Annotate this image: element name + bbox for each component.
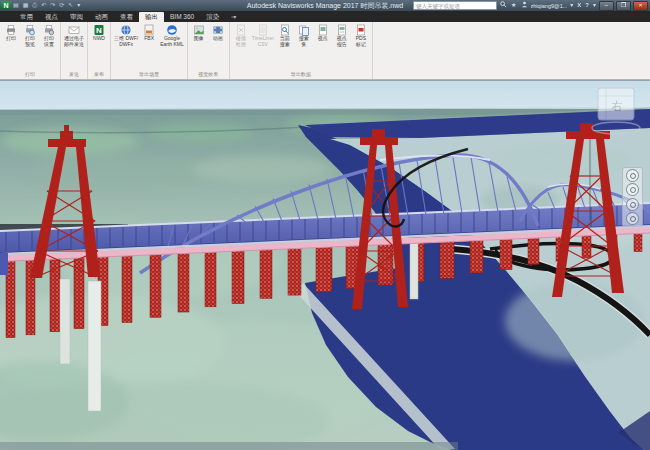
ribbon-group-label: 发送	[63, 70, 85, 79]
ribbon-button-sets[interactable]: 搜索集	[295, 23, 313, 48]
ribbon-button-pds[interactable]: PDS标记	[352, 23, 370, 48]
concrete-pier	[88, 281, 101, 411]
tab-6[interactable]: 输出	[139, 12, 164, 22]
close-button[interactable]: ×	[633, 1, 648, 11]
ribbon-group-label: 视觉效果	[190, 70, 227, 79]
ribbon-group-5: 图像动画视觉效果	[188, 22, 230, 79]
trestle-pier	[178, 250, 189, 312]
ribbon-button-preview[interactable]: 打印预览	[21, 23, 39, 48]
qat-dropdown-icon[interactable]: ▾	[75, 1, 82, 10]
trestle-pier	[316, 244, 332, 292]
ribbon-button-psettings[interactable]: 打印设置	[40, 23, 58, 48]
ribbon-tab-bar: 常用视点审阅动画查看输出BIM 360渲染 ▫▾	[0, 11, 650, 22]
svg-text:N: N	[96, 26, 102, 35]
tab-1[interactable]: 常用	[14, 12, 39, 22]
help-dropdown-icon[interactable]: ▾	[592, 1, 597, 10]
trestle-pier	[74, 255, 84, 329]
ribbon-button-image[interactable]: 图像	[190, 23, 208, 43]
ribbon-button-dwf[interactable]: 三维 DWF/DWFx	[113, 23, 139, 48]
help-icon[interactable]: ?	[584, 1, 590, 10]
username-dropdown-icon[interactable]: ▾	[569, 1, 574, 10]
orbit-icon[interactable]	[626, 212, 639, 225]
trestle-pier	[288, 245, 301, 295]
redo-icon[interactable]: ↷	[48, 1, 57, 10]
ribbon-display-toggle-icon[interactable]: ▫▾	[231, 12, 236, 22]
ribbon-group-4: 三维 DWF/DWFxFBXGoogleEarth KML导出场景	[111, 22, 188, 79]
trestle-pier	[470, 237, 483, 273]
tab-4[interactable]: 动画	[89, 12, 114, 22]
refresh-icon[interactable]: ⟳	[57, 1, 66, 10]
navigation-bar	[622, 167, 643, 227]
undo-icon[interactable]: ↶	[39, 1, 48, 10]
trestle-pier	[440, 238, 454, 278]
select-icon[interactable]: ↖	[66, 1, 75, 10]
search-icon[interactable]	[499, 1, 508, 11]
tab-8[interactable]: 渲染	[200, 12, 225, 22]
trestle-pier	[122, 253, 132, 323]
viewcube[interactable]: 右	[590, 84, 646, 138]
ribbon-group-label: 导出数据	[232, 70, 370, 79]
ribbon-output-tab-panel: 打印打印预览打印设置打印通过电子邮件发送发送NNWD发布三维 DWF/DWFxF…	[0, 22, 650, 80]
pan-icon[interactable]	[626, 183, 639, 196]
help-search-input[interactable]	[413, 1, 497, 10]
application-menu-button[interactable]: N	[1, 1, 11, 10]
ribbon-button-gearth[interactable]: GoogleEarth KML	[159, 23, 185, 48]
viewcube-face-label: 右	[612, 100, 623, 112]
exchange-apps-icon[interactable]: X	[576, 1, 582, 10]
ribbon-group-label: 打印	[2, 70, 58, 79]
ribbon-group-3: NNWD发布	[88, 22, 111, 79]
ribbon-button-vp[interactable]: 视点	[314, 23, 332, 43]
ribbon-button-search[interactable]: 当前搜索	[276, 23, 294, 48]
signed-in-username[interactable]: zhiqiang9@1...	[531, 3, 568, 9]
trestle-pier	[500, 236, 512, 270]
concrete-pier	[410, 241, 418, 299]
steering-wheel-icon[interactable]	[626, 169, 639, 182]
zoom-icon[interactable]	[626, 198, 639, 211]
ribbon-button-print[interactable]: 打印	[2, 23, 20, 43]
ribbon-button-csv: TimeLinerCSV	[251, 23, 275, 48]
trestle-pier	[205, 249, 216, 307]
ribbon-group-6: 碰撞检测TimeLinerCSV当前搜索搜索集视点视点报告PDS标记导出数据	[230, 22, 373, 79]
save-icon[interactable]: ▦	[21, 1, 31, 10]
ribbon-button-vpr[interactable]: 视点报告	[333, 23, 351, 48]
viewport[interactable]: 右	[0, 80, 650, 450]
concrete-pier	[60, 279, 70, 364]
ribbon-group-1: 打印打印预览打印设置打印	[0, 22, 61, 79]
tab-2[interactable]: 视点	[39, 12, 64, 22]
ribbon-group-label: 导出场景	[113, 70, 185, 79]
tab-7[interactable]: BIM 360	[164, 12, 200, 22]
ribbon-button-email[interactable]: 通过电子邮件发送	[63, 23, 85, 48]
tab-5[interactable]: 查看	[114, 12, 139, 22]
restore-button[interactable]: ❐	[616, 1, 631, 11]
quick-access-toolbar: ▤ ▦ ⎙ ↶ ↷ ⟳ ↖ ▾	[11, 1, 82, 10]
trestle-pier	[260, 246, 272, 298]
trestle-pier	[528, 234, 539, 264]
ribbon-button-clash: 碰撞检测	[232, 23, 250, 48]
sign-in-user-icon[interactable]	[520, 1, 529, 11]
tab-3[interactable]: 审阅	[64, 12, 89, 22]
open-icon[interactable]: ▤	[11, 1, 21, 10]
ribbon-group-label: 发布	[90, 70, 108, 79]
ribbon-group-2: 通过电子邮件发送发送	[61, 22, 88, 79]
viewport-3d-scene[interactable]	[0, 81, 650, 450]
ribbon-button-anim[interactable]: 动画	[209, 23, 227, 43]
ribbon-button-fbx[interactable]: FBX	[140, 23, 158, 43]
minimize-button[interactable]: –	[599, 1, 614, 11]
favorites-star-icon[interactable]: ★	[510, 1, 517, 10]
ribbon-button-nwd[interactable]: NNWD	[90, 23, 108, 43]
trestle-pier	[150, 251, 161, 317]
print-icon[interactable]: ⎙	[30, 1, 39, 10]
trestle-pier	[232, 248, 244, 304]
infocenter: ★ zhiqiang9@1... ▾ X ? ▾ – ❐ ×	[413, 1, 648, 10]
